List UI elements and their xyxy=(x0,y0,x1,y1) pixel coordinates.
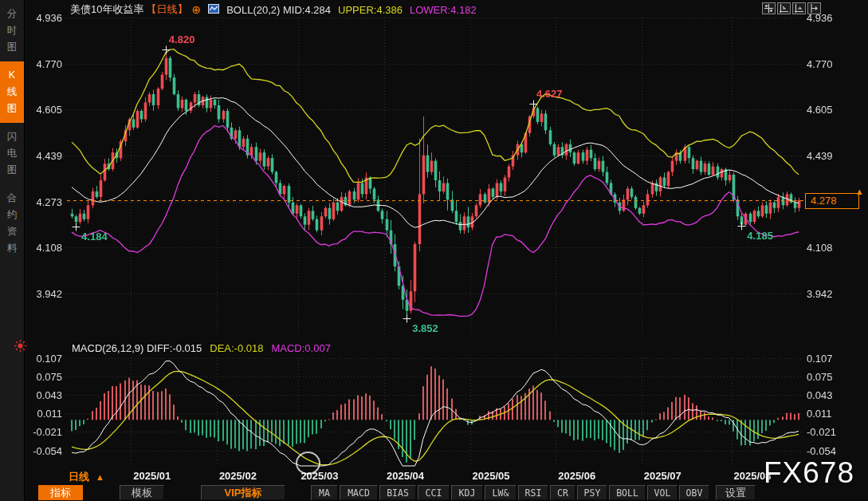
x-axis-month-label: 2025/04 xyxy=(387,470,424,482)
chart-header: 美债10年收益率 【日线】 ⊕ BOLL(20,2) MID:4.284 UPP… xyxy=(70,3,477,16)
main-y-tick-left: 4.770 xyxy=(24,58,62,70)
main-y-tick-left: 4.936 xyxy=(24,12,62,24)
toolbar-button-BIAS[interactable]: BIAS xyxy=(379,485,416,500)
boll-lower-value: LOWER:4.182 xyxy=(410,4,477,16)
macd-y-tick-right: 0.043 xyxy=(807,389,833,401)
toolbar-button-BOLL[interactable]: BOLL xyxy=(609,485,646,500)
toolbar-button-RSI[interactable]: RSI xyxy=(518,485,548,500)
macd-diff-value: MACD(26,12,9) DIFF:-0.015 xyxy=(72,342,202,354)
macd-y-tick-left: 0.011 xyxy=(24,408,62,420)
price-marker-arrow[interactable]: ▲ xyxy=(855,187,864,196)
toolbar-button-指标[interactable]: 指标 xyxy=(38,485,83,500)
main-y-tick-left: 4.108 xyxy=(24,242,62,254)
macd-y-tick-right: -0.054 xyxy=(807,445,836,457)
x-axis-month-label: 2025/01 xyxy=(133,470,171,482)
fx678-watermark: FX678 xyxy=(764,456,854,490)
toolbar-button-PSY[interactable]: PSY xyxy=(577,485,607,500)
fit-x-axis-icon[interactable] xyxy=(792,2,806,14)
last-price-box: 4.278 xyxy=(805,193,859,209)
toolbar-button-LW&[interactable]: LW& xyxy=(485,485,516,500)
watermark-logo-circle xyxy=(296,452,320,475)
x-axis-month-label: 2025/07 xyxy=(644,470,681,482)
main-y-tick-right: 4.770 xyxy=(807,58,833,70)
price-annotation-4.184: 4.184 xyxy=(81,231,108,243)
toolbar-button-VOL[interactable]: VOL xyxy=(647,485,678,500)
toolbar-button-OBV[interactable]: OBV xyxy=(679,485,709,500)
period-arrow-icon: ▲ xyxy=(96,472,104,482)
left-sidebar: 分时图K线图闪电图合约资料 xyxy=(0,0,25,501)
main-y-tick-right: 3.942 xyxy=(807,288,833,300)
toolbar-button-CR[interactable]: CR xyxy=(550,485,575,500)
main-y-tick-right: 4.605 xyxy=(807,104,833,116)
chart-tool-icons xyxy=(762,2,821,14)
toolbar-button-MACD[interactable]: MACD xyxy=(340,485,378,500)
main-y-tick-left: 4.273 xyxy=(24,196,62,208)
move-crosshair-icon[interactable] xyxy=(762,2,776,14)
macd-y-tick-left: -0.021 xyxy=(24,426,62,438)
shift-right-icon[interactable] xyxy=(807,2,821,14)
main-y-tick-right: 4.439 xyxy=(807,150,833,162)
price-annotation-4.627: 4.627 xyxy=(536,88,563,100)
fit-y-axis-icon[interactable] xyxy=(777,2,791,14)
macd-y-tick-right: 0.011 xyxy=(807,408,832,420)
candlestick-chart-canvas[interactable] xyxy=(0,0,868,501)
period-tag: 【日线】 xyxy=(146,2,187,17)
chart-app-window: 分时图K线图闪电图合约资料 美债10年收益率 【日线】 ⊕ BOLL(20 xyxy=(0,0,868,501)
toolbar-button-VIP指标[interactable]: VIP指标 xyxy=(201,485,285,500)
main-y-tick-left: 3.942 xyxy=(24,288,62,300)
macd-y-tick-left: 0.075 xyxy=(24,371,62,383)
toolbar-button-CCI[interactable]: CCI xyxy=(418,485,450,500)
macd-header: MACD(26,12,9) DIFF:-0.015 DEA:-0.018 MAC… xyxy=(72,342,331,354)
mini-chart-icon[interactable] xyxy=(208,4,219,16)
macd-y-tick-left: 0.043 xyxy=(24,389,62,401)
price-annotation-4.185: 4.185 xyxy=(747,230,773,242)
sidebar-tab-闪电图[interactable]: 闪电图 xyxy=(0,123,24,184)
period-selector[interactable]: 日线▲ xyxy=(69,470,104,484)
main-y-tick-left: 4.605 xyxy=(24,104,62,116)
toolbar-button-KDJ[interactable]: KDJ xyxy=(451,485,483,500)
instrument-title: 美债10年收益率 xyxy=(70,2,143,17)
macd-dea-value: DEA:-0.018 xyxy=(210,342,263,354)
x-axis-month-label: 2025/02 xyxy=(219,470,257,482)
price-annotation-4.820: 4.820 xyxy=(169,34,195,45)
boll-mid-value: BOLL(20,2) MID:4.284 xyxy=(226,4,331,16)
main-y-tick-left: 4.439 xyxy=(24,150,62,162)
sidebar-tab-K线图[interactable]: K线图 xyxy=(0,61,24,123)
toolbar-button-设置[interactable]: 设置 xyxy=(716,485,756,500)
macd-y-tick-right: -0.021 xyxy=(807,426,836,438)
sidebar-tab-合约资料[interactable]: 合约资料 xyxy=(0,184,24,262)
macd-y-tick-right: 0.107 xyxy=(807,353,833,365)
macd-y-tick-left: -0.054 xyxy=(24,445,62,457)
price-annotation-3.852: 3.852 xyxy=(412,322,438,334)
add-compare-icon[interactable]: ⊕ xyxy=(191,5,201,14)
toolbar-button-MA[interactable]: MA xyxy=(311,485,338,500)
red-sun-icon xyxy=(14,340,26,355)
macd-y-tick-left: 0.107 xyxy=(24,353,62,365)
macd-y-tick-right: 0.075 xyxy=(807,371,833,383)
x-axis-month-label: 2025/05 xyxy=(473,470,510,482)
sidebar-tab-分时图[interactable]: 分时图 xyxy=(0,0,24,61)
boll-upper-value: UPPER:4.386 xyxy=(338,4,403,16)
main-y-tick-right: 4.108 xyxy=(807,242,833,254)
macd-bar-value: MACD:0.007 xyxy=(271,342,330,354)
toolbar-button-模板[interactable]: 模板 xyxy=(120,485,164,500)
x-axis-month-label: 2025/06 xyxy=(558,470,595,482)
